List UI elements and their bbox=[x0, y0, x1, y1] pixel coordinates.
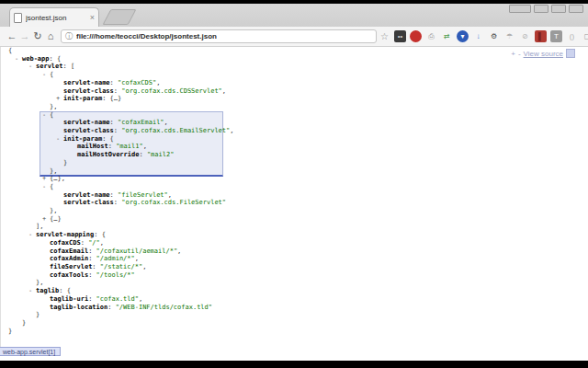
json-key: servlet-class bbox=[63, 127, 114, 134]
extension-icon-6[interactable]: ↓ bbox=[472, 30, 484, 42]
expander-expanded-icon[interactable]: - bbox=[42, 183, 46, 191]
expander-expanded-icon[interactable]: - bbox=[15, 55, 18, 63]
window-controls bbox=[509, 5, 583, 13]
json-key: init-param bbox=[63, 95, 102, 102]
maximize-button[interactable] bbox=[551, 5, 566, 13]
close-button[interactable] bbox=[569, 5, 583, 13]
json-key: taglib-location bbox=[50, 304, 107, 311]
json-punctuation: }, bbox=[50, 167, 57, 175]
formatter-option-icon[interactable] bbox=[566, 49, 575, 58]
json-punctuation: {…}, bbox=[50, 175, 65, 182]
expander-collapsed-icon[interactable]: + bbox=[42, 215, 46, 224]
tab-jsontest[interactable]: jsontest.json × bbox=[9, 7, 99, 27]
json-path-statusbar: web-app.servlet[1] bbox=[0, 347, 61, 356]
address-bar[interactable]: ⓘ file:///home/teocci/Desktop/jsontest.j… bbox=[61, 29, 377, 43]
window-control-extra[interactable] bbox=[509, 5, 531, 13]
extension-icon-12[interactable]: () bbox=[566, 30, 578, 42]
json-line: -servlet-mapping: { bbox=[1, 231, 588, 239]
json-string-value: "org.cofax.cds.FileServlet" bbox=[121, 199, 226, 206]
bookmark-star-icon[interactable]: ☆ bbox=[380, 31, 389, 41]
extension-icon-3[interactable]: ⎙ bbox=[425, 30, 437, 42]
json-line: servlet-name: "cofaxEmail", bbox=[1, 119, 588, 127]
json-punctuation: : [ bbox=[63, 63, 75, 70]
json-punctuation: { bbox=[50, 183, 53, 190]
extension-icon-11[interactable]: T bbox=[550, 30, 562, 42]
json-key: cofaxAdmin bbox=[50, 255, 88, 262]
json-punctuation: : bbox=[107, 304, 115, 311]
json-punctuation: : {…} bbox=[102, 95, 121, 102]
json-line: cofaxEmail: "/cofaxutil/aemail/*", bbox=[1, 247, 588, 256]
json-punctuation: }, bbox=[36, 279, 43, 286]
minimize-button[interactable] bbox=[534, 5, 548, 13]
extension-icon-8[interactable]: ☂ bbox=[503, 30, 515, 42]
json-key: init-param bbox=[63, 135, 102, 143]
expander-collapsed-icon[interactable]: + bbox=[56, 95, 60, 103]
json-viewer: {-web-app: {-servlet: [-{servlet-name: "… bbox=[1, 47, 588, 335]
json-punctuation: : bbox=[110, 191, 118, 199]
json-line: -{ bbox=[1, 71, 588, 79]
json-key: web-app bbox=[22, 55, 50, 63]
json-punctuation: , bbox=[100, 239, 104, 247]
extension-icon-4[interactable]: ⇄ bbox=[441, 30, 453, 42]
json-punctuation: } bbox=[36, 311, 40, 318]
json-key: taglib bbox=[36, 287, 59, 294]
expand-all-button[interactable]: + bbox=[511, 50, 515, 58]
json-punctuation: , bbox=[222, 87, 226, 95]
reload-icon[interactable]: ↻ bbox=[31, 31, 44, 41]
expander-expanded-icon[interactable]: - bbox=[42, 111, 46, 120]
expander-expanded-icon[interactable]: - bbox=[56, 135, 60, 144]
json-string-value: "cofaxEmail" bbox=[118, 119, 164, 126]
back-icon[interactable]: ← bbox=[6, 31, 18, 41]
json-key: cofaxCDS bbox=[50, 239, 81, 247]
new-tab-button[interactable] bbox=[102, 9, 136, 25]
page-info-icon[interactable]: ⓘ bbox=[65, 31, 73, 41]
json-string-value: "/static/*" bbox=[100, 263, 142, 270]
extension-icon-7[interactable]: ⚙ bbox=[488, 30, 500, 42]
extension-icon-13[interactable]: ▢ bbox=[582, 30, 588, 42]
extension-icon-1[interactable]: •• bbox=[394, 30, 406, 42]
home-icon[interactable]: ⌂ bbox=[44, 31, 57, 41]
forward-icon[interactable]: → bbox=[18, 31, 31, 41]
json-punctuation: , bbox=[230, 127, 233, 134]
json-punctuation: { bbox=[8, 47, 12, 54]
json-punctuation: : { bbox=[94, 231, 106, 238]
url-text[interactable]: file:///home/teocci/Desktop/jsontest.jso… bbox=[76, 32, 217, 40]
json-line: -{ bbox=[1, 111, 588, 120]
json-punctuation: : bbox=[88, 271, 96, 279]
collapse-all-button[interactable]: - bbox=[518, 50, 521, 58]
expander-collapsed-icon[interactable]: + bbox=[42, 175, 46, 183]
json-line: taglib-uri: "cofax.tld", bbox=[1, 295, 588, 304]
json-string-value: "/admin/*" bbox=[96, 255, 135, 262]
json-string-value: "org.cofax.cds.EmailServlet" bbox=[121, 127, 230, 134]
json-punctuation: }, bbox=[50, 103, 57, 110]
extension-icon-9[interactable]: ⊘ bbox=[519, 30, 531, 42]
json-punctuation: , bbox=[142, 263, 146, 270]
json-punctuation: } bbox=[63, 159, 67, 167]
expander-expanded-icon[interactable]: - bbox=[28, 287, 32, 295]
json-line: cofaxCDS: "/", bbox=[1, 239, 588, 247]
json-punctuation: } bbox=[8, 328, 12, 335]
expander-expanded-icon[interactable]: - bbox=[28, 63, 32, 71]
extension-icon-5[interactable]: ▾ bbox=[457, 30, 469, 42]
json-line: }, bbox=[1, 167, 588, 176]
expander-expanded-icon[interactable]: - bbox=[28, 231, 32, 239]
tab-close-icon[interactable]: × bbox=[90, 14, 95, 22]
json-string-value: "/tools/*" bbox=[96, 271, 135, 279]
json-punctuation: : bbox=[114, 199, 121, 206]
json-line: cofaxAdmin: "/admin/*", bbox=[1, 255, 588, 263]
extension-icon-2[interactable] bbox=[410, 30, 422, 42]
json-punctuation: : bbox=[139, 151, 146, 158]
json-punctuation: : bbox=[88, 255, 96, 262]
json-key: servlet-class bbox=[63, 199, 114, 206]
json-key: servlet-name bbox=[63, 79, 110, 86]
extension-icon-10[interactable]: ▌ bbox=[535, 30, 547, 42]
json-punctuation: { bbox=[50, 111, 53, 119]
json-line: -servlet: [ bbox=[1, 63, 588, 71]
json-punctuation: : bbox=[81, 239, 88, 247]
bottom-black-bar bbox=[0, 361, 588, 368]
expander-expanded-icon[interactable]: - bbox=[42, 71, 46, 79]
json-punctuation: } bbox=[22, 319, 26, 327]
json-punctuation: : bbox=[110, 119, 118, 126]
view-source-link[interactable]: View source bbox=[524, 50, 563, 58]
json-key: cofaxTools bbox=[50, 271, 88, 279]
